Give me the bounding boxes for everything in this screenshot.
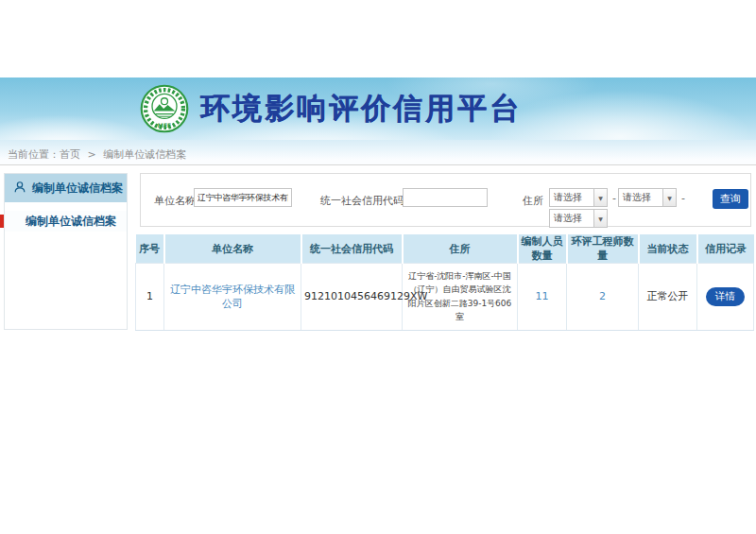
staff-count-link[interactable]: 11 — [518, 264, 567, 331]
sidebar-header: 编制单位诚信档案 — [5, 174, 127, 202]
col-header-address: 住所 — [403, 234, 518, 264]
col-header-serial: 序号 — [136, 234, 164, 264]
mee-logo-icon: MEE — [140, 84, 189, 133]
city-select[interactable]: 请选择 ▼ — [618, 188, 677, 207]
site-title: 环境影响评价信用平台 — [200, 89, 522, 129]
unit-name-input[interactable] — [194, 188, 292, 207]
address-separator: - — [612, 192, 616, 204]
table-header-row: 序号 单位名称 统一社会信用代码 住所 编制人员数量 环评工程师数量 当前状态 … — [136, 234, 754, 264]
chevron-down-icon[interactable]: ▼ — [593, 210, 607, 227]
row-status: 正常公开 — [639, 264, 697, 331]
col-header-engineer-count: 环评工程师数量 — [567, 234, 639, 264]
sidebar: 编制单位诚信档案 编制单位诚信档案 — [4, 173, 128, 330]
top-whitespace — [0, 0, 756, 78]
province-select-value: 请选择 — [550, 191, 593, 204]
main-panel: 单位名称 ： 统一社会信用代码 ： 住所 ： 请选择 ▼ - 请选择 ▼ - 请… — [135, 165, 753, 331]
address-separator: - — [681, 192, 685, 204]
col-header-status: 当前状态 — [639, 234, 697, 264]
breadcrumb: 当前位置：首页 > 编制单位诚信档案 — [0, 140, 756, 165]
site-banner: MEE 环境影响评价信用平台 — [0, 78, 756, 140]
sidebar-item-archive[interactable]: 编制单位诚信档案 — [5, 211, 127, 232]
user-icon — [13, 181, 26, 197]
district-select[interactable]: 请选择 ▼ — [549, 209, 608, 228]
col-header-staff-count: 编制人员数量 — [518, 234, 567, 264]
detail-button[interactable]: 详情 — [706, 287, 745, 306]
sidebar-header-label: 编制单位诚信档案 — [32, 181, 123, 197]
col-header-unit-name: 单位名称 — [164, 234, 301, 264]
page: MEE 环境影响评价信用平台 当前位置：首页 > 编制单位诚信档案 编制单位诚信… — [0, 0, 756, 534]
table-row: 1 辽宁中咨华宇环保技术有限公司 9121010456469129XW 辽宁省-… — [136, 264, 754, 331]
chevron-down-icon[interactable]: ▼ — [662, 189, 676, 206]
breadcrumb-home-link[interactable]: 首页 — [60, 148, 80, 161]
row-address: 辽宁省-沈阳市-浑南区-中国（辽宁）自由贸易试验区沈阳片区创新二路39-1号60… — [403, 264, 518, 331]
engineer-count-link[interactable]: 2 — [567, 264, 639, 331]
credit-code-input[interactable] — [403, 188, 488, 207]
row-serial: 1 — [136, 264, 164, 331]
search-form: 单位名称 ： 统一社会信用代码 ： 住所 ： 请选择 ▼ - 请选择 ▼ - 请… — [140, 173, 751, 227]
active-indicator — [0, 215, 4, 228]
breadcrumb-prefix: 当前位置： — [8, 148, 60, 161]
breadcrumb-separator: > — [88, 148, 96, 161]
content-area: 编制单位诚信档案 编制单位诚信档案 单位名称 ： 统一社会信用代码 ： 住所 ：… — [0, 165, 756, 331]
province-select[interactable]: 请选择 ▼ — [549, 188, 608, 207]
logo-text: MEE — [158, 122, 171, 129]
search-button[interactable]: 查询 — [713, 189, 748, 209]
city-select-value: 请选择 — [619, 191, 662, 204]
col-header-credit-record: 信用记录 — [697, 234, 754, 264]
row-credit-code: 9121010456469129XW — [301, 264, 403, 331]
sidebar-item-label: 编制单位诚信档案 — [26, 215, 116, 228]
district-select-value: 请选择 — [550, 212, 593, 225]
breadcrumb-current: 编制单位诚信档案 — [103, 148, 186, 161]
col-header-credit-code: 统一社会信用代码 — [301, 234, 403, 264]
chevron-down-icon[interactable]: ▼ — [593, 189, 607, 206]
results-table: 序号 单位名称 统一社会信用代码 住所 编制人员数量 环评工程师数量 当前状态 … — [135, 234, 754, 331]
company-name-link[interactable]: 辽宁中咨华宇环保技术有限公司 — [164, 264, 301, 331]
